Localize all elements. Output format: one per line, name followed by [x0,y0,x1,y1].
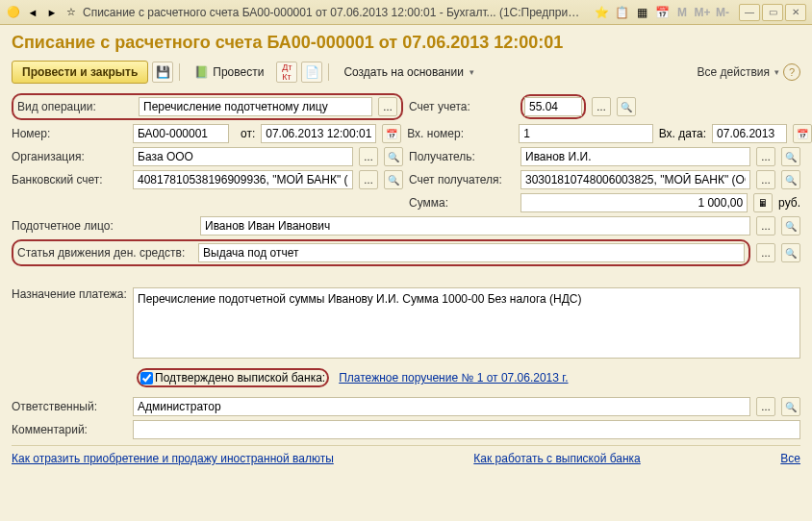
post-and-close-button[interactable]: Провести и закрыть [12,61,148,84]
label-payee-acc: Счет получателя: [409,173,515,186]
advholder-input[interactable] [200,216,750,236]
cashflow-select-button[interactable]: … [756,243,775,262]
label-in-number: Вх. номер: [407,127,513,140]
titlebar: 🟡 ◄ ► ☆ Списание с расчетного счета БА00… [0,0,812,25]
number-input[interactable] [133,124,229,143]
account-select-button[interactable]: … [592,97,611,116]
close-button[interactable]: ✕ [785,4,806,21]
label-bank-acc: Банковский счет: [12,173,127,186]
star-icon[interactable]: ⭐ [593,4,610,21]
date-input[interactable] [261,124,376,143]
mminus-icon[interactable]: M- [714,4,731,21]
org-input[interactable] [133,147,353,166]
purpose-textarea[interactable]: Перечисление подотчетной суммы Иванову И… [133,287,800,359]
label-comment: Комментарий: [12,423,127,436]
bank-acc-select-button[interactable]: … [359,170,378,189]
fx-link[interactable]: Как отразить приобретение и продажу инос… [12,452,334,465]
help-icon[interactable]: ? [783,63,800,81]
label-responsible: Ответственный: [12,400,127,413]
label-payee: Получатель: [409,150,515,163]
payment-order-link[interactable]: Платежное поручение № 1 от 07.06.2013 г. [339,371,568,385]
bank-acc-search-button[interactable]: 🔍 [384,170,403,189]
post-icon: 📗 [194,65,209,79]
label-currency: руб. [778,196,800,210]
save-icon[interactable]: 💾 [152,62,173,83]
advholder-select-button[interactable]: … [756,216,775,236]
dtct-icon[interactable]: ДтКт [276,62,297,83]
m-icon[interactable]: M [673,4,691,21]
window-title: Списание с расчетного счета БА00-000001 … [83,6,585,19]
payee-acc-input[interactable] [520,170,750,189]
sum-calc-button[interactable]: 🖩 [753,193,773,212]
cashflow-input[interactable] [198,243,745,262]
all-actions-button[interactable]: Все действия [698,65,779,79]
page-title: Списание с расчетного счета БА00-000001 … [12,33,800,53]
post-button[interactable]: 📗Провести [186,62,272,83]
in-number-input[interactable] [519,124,652,143]
org-select-button[interactable]: … [359,147,378,166]
label-sum: Сумма: [409,196,515,210]
label-org: Организация: [12,150,127,163]
label-number: Номер: [12,127,127,140]
toolbar: Провести и закрыть 💾 📗Провести ДтКт 📄 Со… [12,61,800,84]
label-cashflow: Статья движения ден. средств: [17,246,192,260]
app-icon: 🟡 [6,5,21,20]
payee-acc-search-button[interactable]: 🔍 [781,170,800,189]
label-purpose: Назначение платежа: [12,287,127,301]
footer-links: Как отразить приобретение и продажу инос… [12,445,800,465]
account-input[interactable] [524,97,582,116]
hl-account [520,94,586,119]
comment-input[interactable] [133,420,800,439]
label-from: от: [241,127,255,140]
hl-op-type: Вид операции: … [12,93,403,120]
payee-search-button[interactable]: 🔍 [781,147,800,166]
minimize-button[interactable]: — [739,4,760,21]
statement-link[interactable]: Как работать с выпиской банка [473,452,640,465]
hl-cashflow: Статья движения ден. средств: [12,239,750,266]
create-based-button[interactable]: Создать на основании [335,62,483,83]
op-type-select-button[interactable]: … [378,97,397,116]
label-account: Счет учета: [409,100,515,113]
org-search-button[interactable]: 🔍 [384,147,403,166]
sum-input[interactable] [520,193,748,212]
grid-icon[interactable]: ▦ [633,4,650,21]
in-date-input[interactable] [712,124,787,143]
responsible-search-button[interactable]: 🔍 [781,397,800,416]
hl-confirmed: Подтверждено выпиской банка: [137,368,329,387]
payee-acc-select-button[interactable]: … [756,170,775,189]
nav-fwd-icon[interactable]: ► [44,5,60,20]
bank-acc-input[interactable] [133,170,353,189]
payee-input[interactable] [520,147,750,166]
confirmed-checkbox[interactable] [140,372,153,385]
mplus-icon[interactable]: M+ [694,4,711,21]
label-op-type: Вид операции: [17,100,133,113]
in-date-picker-button[interactable]: 📅 [793,124,812,143]
all-link[interactable]: Все [780,452,800,465]
cashflow-search-button[interactable]: 🔍 [781,243,800,262]
payee-select-button[interactable]: … [756,147,775,166]
nav-back-icon[interactable]: ◄ [25,5,40,20]
account-search-button[interactable]: 🔍 [617,97,636,116]
responsible-input[interactable] [133,397,750,416]
calendar-icon[interactable]: 📅 [653,4,671,21]
window-controls: — ▭ ✕ [739,4,806,21]
advholder-search-button[interactable]: 🔍 [781,216,800,236]
op-type-input[interactable] [139,97,372,116]
label-advholder: Подотчетное лицо: [12,219,194,233]
tool-icon[interactable]: 📋 [613,4,630,21]
responsible-select-button[interactable]: … [756,397,775,416]
label-in-date: Вх. дата: [659,127,706,140]
maximize-button[interactable]: ▭ [762,4,783,21]
date-picker-button[interactable]: 📅 [382,124,401,143]
favorite-icon[interactable]: ☆ [63,5,79,20]
label-confirmed: Подтверждено выпиской банка: [155,371,325,385]
report-icon[interactable]: 📄 [301,62,322,83]
titlebar-extras: ⭐ 📋 ▦ 📅 M M+ M- [593,4,731,21]
